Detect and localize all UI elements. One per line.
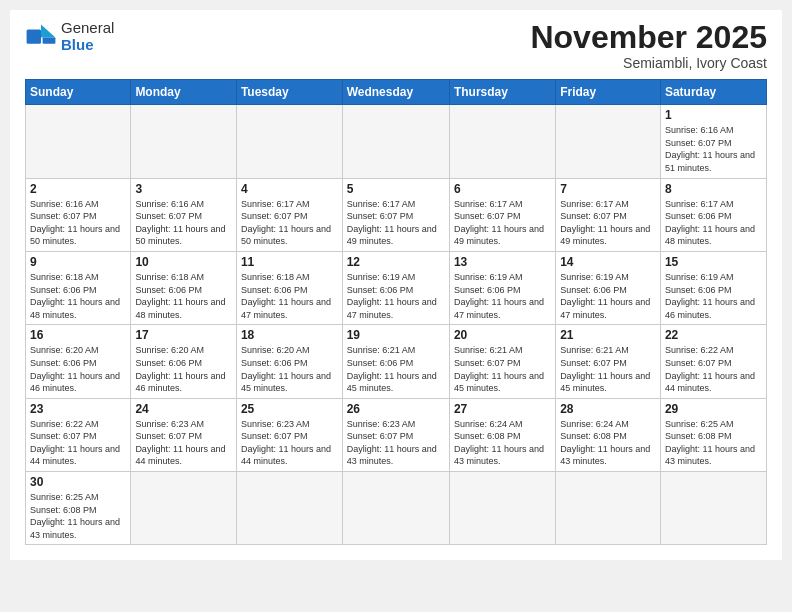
calendar-cell: 19Sunrise: 6:21 AM Sunset: 6:06 PM Dayli… <box>342 325 449 398</box>
header: General Blue November 2025 Semiambli, Iv… <box>25 20 767 71</box>
col-wednesday: Wednesday <box>342 80 449 105</box>
day-info: Sunrise: 6:23 AM Sunset: 6:07 PM Dayligh… <box>135 418 232 468</box>
calendar-cell: 15Sunrise: 6:19 AM Sunset: 6:06 PM Dayli… <box>660 251 766 324</box>
day-info: Sunrise: 6:24 AM Sunset: 6:08 PM Dayligh… <box>560 418 656 468</box>
day-number: 21 <box>560 328 656 342</box>
day-info: Sunrise: 6:19 AM Sunset: 6:06 PM Dayligh… <box>560 271 656 321</box>
day-number: 5 <box>347 182 445 196</box>
calendar-cell: 7Sunrise: 6:17 AM Sunset: 6:07 PM Daylig… <box>556 178 661 251</box>
day-info: Sunrise: 6:19 AM Sunset: 6:06 PM Dayligh… <box>454 271 551 321</box>
day-info: Sunrise: 6:17 AM Sunset: 6:07 PM Dayligh… <box>560 198 656 248</box>
page: General Blue November 2025 Semiambli, Iv… <box>10 10 782 560</box>
day-info: Sunrise: 6:21 AM Sunset: 6:07 PM Dayligh… <box>454 344 551 394</box>
day-info: Sunrise: 6:17 AM Sunset: 6:07 PM Dayligh… <box>454 198 551 248</box>
day-number: 27 <box>454 402 551 416</box>
logo: General Blue <box>25 20 114 53</box>
calendar-cell: 25Sunrise: 6:23 AM Sunset: 6:07 PM Dayli… <box>236 398 342 471</box>
day-number: 18 <box>241 328 338 342</box>
day-number: 9 <box>30 255 126 269</box>
day-info: Sunrise: 6:19 AM Sunset: 6:06 PM Dayligh… <box>665 271 762 321</box>
calendar-cell <box>660 472 766 545</box>
calendar-cell: 9Sunrise: 6:18 AM Sunset: 6:06 PM Daylig… <box>26 251 131 324</box>
calendar-cell <box>131 472 237 545</box>
calendar-cell <box>236 105 342 178</box>
location: Semiambli, Ivory Coast <box>530 55 767 71</box>
calendar-cell: 21Sunrise: 6:21 AM Sunset: 6:07 PM Dayli… <box>556 325 661 398</box>
day-info: Sunrise: 6:23 AM Sunset: 6:07 PM Dayligh… <box>241 418 338 468</box>
day-number: 17 <box>135 328 232 342</box>
col-friday: Friday <box>556 80 661 105</box>
day-number: 12 <box>347 255 445 269</box>
col-saturday: Saturday <box>660 80 766 105</box>
calendar-week-1: 2Sunrise: 6:16 AM Sunset: 6:07 PM Daylig… <box>26 178 767 251</box>
calendar-cell: 27Sunrise: 6:24 AM Sunset: 6:08 PM Dayli… <box>449 398 555 471</box>
day-number: 26 <box>347 402 445 416</box>
calendar-cell: 17Sunrise: 6:20 AM Sunset: 6:06 PM Dayli… <box>131 325 237 398</box>
day-number: 14 <box>560 255 656 269</box>
calendar-cell: 30Sunrise: 6:25 AM Sunset: 6:08 PM Dayli… <box>26 472 131 545</box>
calendar-cell: 4Sunrise: 6:17 AM Sunset: 6:07 PM Daylig… <box>236 178 342 251</box>
calendar-cell <box>449 472 555 545</box>
day-info: Sunrise: 6:16 AM Sunset: 6:07 PM Dayligh… <box>135 198 232 248</box>
svg-marker-1 <box>41 24 55 37</box>
day-number: 7 <box>560 182 656 196</box>
day-info: Sunrise: 6:17 AM Sunset: 6:07 PM Dayligh… <box>347 198 445 248</box>
calendar-week-2: 9Sunrise: 6:18 AM Sunset: 6:06 PM Daylig… <box>26 251 767 324</box>
calendar-cell: 1Sunrise: 6:16 AM Sunset: 6:07 PM Daylig… <box>660 105 766 178</box>
day-info: Sunrise: 6:19 AM Sunset: 6:06 PM Dayligh… <box>347 271 445 321</box>
day-number: 4 <box>241 182 338 196</box>
calendar: Sunday Monday Tuesday Wednesday Thursday… <box>25 79 767 545</box>
day-info: Sunrise: 6:17 AM Sunset: 6:07 PM Dayligh… <box>241 198 338 248</box>
calendar-cell <box>342 472 449 545</box>
day-info: Sunrise: 6:18 AM Sunset: 6:06 PM Dayligh… <box>30 271 126 321</box>
calendar-week-5: 30Sunrise: 6:25 AM Sunset: 6:08 PM Dayli… <box>26 472 767 545</box>
calendar-cell <box>342 105 449 178</box>
day-info: Sunrise: 6:25 AM Sunset: 6:08 PM Dayligh… <box>30 491 126 541</box>
day-info: Sunrise: 6:22 AM Sunset: 6:07 PM Dayligh… <box>665 344 762 394</box>
calendar-cell <box>26 105 131 178</box>
col-sunday: Sunday <box>26 80 131 105</box>
calendar-cell: 29Sunrise: 6:25 AM Sunset: 6:08 PM Dayli… <box>660 398 766 471</box>
day-info: Sunrise: 6:21 AM Sunset: 6:06 PM Dayligh… <box>347 344 445 394</box>
calendar-cell: 10Sunrise: 6:18 AM Sunset: 6:06 PM Dayli… <box>131 251 237 324</box>
day-info: Sunrise: 6:20 AM Sunset: 6:06 PM Dayligh… <box>30 344 126 394</box>
calendar-cell: 18Sunrise: 6:20 AM Sunset: 6:06 PM Dayli… <box>236 325 342 398</box>
day-info: Sunrise: 6:18 AM Sunset: 6:06 PM Dayligh… <box>135 271 232 321</box>
col-monday: Monday <box>131 80 237 105</box>
month-title: November 2025 <box>530 20 767 55</box>
day-number: 29 <box>665 402 762 416</box>
calendar-cell <box>449 105 555 178</box>
calendar-cell: 11Sunrise: 6:18 AM Sunset: 6:06 PM Dayli… <box>236 251 342 324</box>
title-block: November 2025 Semiambli, Ivory Coast <box>530 20 767 71</box>
logo-text: General Blue <box>61 20 114 53</box>
calendar-cell: 2Sunrise: 6:16 AM Sunset: 6:07 PM Daylig… <box>26 178 131 251</box>
calendar-cell <box>236 472 342 545</box>
day-number: 19 <box>347 328 445 342</box>
calendar-week-4: 23Sunrise: 6:22 AM Sunset: 6:07 PM Dayli… <box>26 398 767 471</box>
calendar-cell: 13Sunrise: 6:19 AM Sunset: 6:06 PM Dayli… <box>449 251 555 324</box>
calendar-cell: 20Sunrise: 6:21 AM Sunset: 6:07 PM Dayli… <box>449 325 555 398</box>
day-number: 25 <box>241 402 338 416</box>
day-info: Sunrise: 6:17 AM Sunset: 6:06 PM Dayligh… <box>665 198 762 248</box>
day-info: Sunrise: 6:16 AM Sunset: 6:07 PM Dayligh… <box>665 124 762 174</box>
calendar-week-3: 16Sunrise: 6:20 AM Sunset: 6:06 PM Dayli… <box>26 325 767 398</box>
svg-rect-0 <box>27 29 41 43</box>
calendar-cell: 23Sunrise: 6:22 AM Sunset: 6:07 PM Dayli… <box>26 398 131 471</box>
calendar-cell: 12Sunrise: 6:19 AM Sunset: 6:06 PM Dayli… <box>342 251 449 324</box>
calendar-cell: 24Sunrise: 6:23 AM Sunset: 6:07 PM Dayli… <box>131 398 237 471</box>
calendar-header-row: Sunday Monday Tuesday Wednesday Thursday… <box>26 80 767 105</box>
svg-rect-2 <box>43 37 56 43</box>
calendar-cell: 16Sunrise: 6:20 AM Sunset: 6:06 PM Dayli… <box>26 325 131 398</box>
day-number: 22 <box>665 328 762 342</box>
day-number: 15 <box>665 255 762 269</box>
day-info: Sunrise: 6:24 AM Sunset: 6:08 PM Dayligh… <box>454 418 551 468</box>
calendar-cell <box>131 105 237 178</box>
calendar-cell: 8Sunrise: 6:17 AM Sunset: 6:06 PM Daylig… <box>660 178 766 251</box>
calendar-cell <box>556 472 661 545</box>
day-number: 28 <box>560 402 656 416</box>
day-info: Sunrise: 6:18 AM Sunset: 6:06 PM Dayligh… <box>241 271 338 321</box>
day-info: Sunrise: 6:22 AM Sunset: 6:07 PM Dayligh… <box>30 418 126 468</box>
day-number: 30 <box>30 475 126 489</box>
day-number: 6 <box>454 182 551 196</box>
day-number: 24 <box>135 402 232 416</box>
